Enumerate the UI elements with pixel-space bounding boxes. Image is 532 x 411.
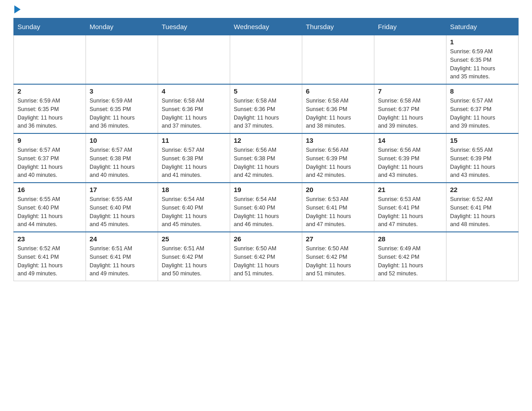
weekday-header-friday: Friday [374,18,446,35]
logo [13,9,21,13]
day-info: Sunrise: 6:59 AM Sunset: 6:35 PM Dayligh… [17,97,82,130]
calendar-cell [14,35,86,85]
day-number: 26 [234,235,298,243]
day-info: Sunrise: 6:58 AM Sunset: 6:36 PM Dayligh… [162,97,226,130]
day-number: 11 [162,137,226,144]
day-info: Sunrise: 6:51 AM Sunset: 6:41 PM Dayligh… [90,244,154,278]
day-number: 3 [90,87,154,95]
calendar-table: SundayMondayTuesdayWednesdayThursdayFrid… [13,18,519,281]
logo-arrow-icon [14,5,21,13]
day-number: 22 [450,186,515,193]
calendar-cell [446,232,519,281]
day-info: Sunrise: 6:57 AM Sunset: 6:38 PM Dayligh… [162,146,226,180]
calendar-cell: 14Sunrise: 6:56 AM Sunset: 6:39 PM Dayli… [374,133,446,183]
weekday-header-tuesday: Tuesday [158,18,230,35]
day-info: Sunrise: 6:54 AM Sunset: 6:40 PM Dayligh… [162,195,226,229]
day-number: 17 [90,186,154,193]
day-number: 24 [90,235,154,243]
day-info: Sunrise: 6:50 AM Sunset: 6:42 PM Dayligh… [234,244,298,278]
day-number: 7 [378,87,442,95]
calendar-cell: 16Sunrise: 6:55 AM Sunset: 6:40 PM Dayli… [14,183,86,232]
calendar-cell [374,35,446,85]
calendar-cell: 26Sunrise: 6:50 AM Sunset: 6:42 PM Dayli… [230,232,302,281]
day-info: Sunrise: 6:56 AM Sunset: 6:38 PM Dayligh… [234,146,298,180]
day-number: 12 [234,137,298,144]
day-number: 27 [306,235,370,243]
calendar-cell: 19Sunrise: 6:54 AM Sunset: 6:40 PM Dayli… [230,183,302,232]
calendar-cell: 23Sunrise: 6:52 AM Sunset: 6:41 PM Dayli… [14,232,86,281]
day-info: Sunrise: 6:49 AM Sunset: 6:42 PM Dayligh… [378,244,442,278]
calendar-cell: 3Sunrise: 6:59 AM Sunset: 6:35 PM Daylig… [86,84,158,133]
day-info: Sunrise: 6:52 AM Sunset: 6:41 PM Dayligh… [17,244,82,278]
day-info: Sunrise: 6:54 AM Sunset: 6:40 PM Dayligh… [234,195,298,229]
day-info: Sunrise: 6:57 AM Sunset: 6:38 PM Dayligh… [90,146,154,180]
day-number: 9 [17,137,82,144]
day-info: Sunrise: 6:52 AM Sunset: 6:41 PM Dayligh… [450,195,515,229]
calendar-cell: 10Sunrise: 6:57 AM Sunset: 6:38 PM Dayli… [86,133,158,183]
day-number: 21 [378,186,442,193]
day-number: 18 [162,186,226,193]
calendar-cell [302,35,374,85]
day-info: Sunrise: 6:53 AM Sunset: 6:41 PM Dayligh… [378,195,442,229]
page-header [13,9,519,13]
day-info: Sunrise: 6:59 AM Sunset: 6:35 PM Dayligh… [450,47,515,81]
weekday-header-saturday: Saturday [446,18,519,35]
calendar-cell: 21Sunrise: 6:53 AM Sunset: 6:41 PM Dayli… [374,183,446,232]
calendar-cell: 6Sunrise: 6:58 AM Sunset: 6:36 PM Daylig… [302,84,374,133]
weekday-header-wednesday: Wednesday [230,18,302,35]
day-number: 25 [162,235,226,243]
day-info: Sunrise: 6:59 AM Sunset: 6:35 PM Dayligh… [90,97,154,130]
calendar-cell: 25Sunrise: 6:51 AM Sunset: 6:42 PM Dayli… [158,232,230,281]
calendar-cell: 24Sunrise: 6:51 AM Sunset: 6:41 PM Dayli… [86,232,158,281]
calendar-cell: 9Sunrise: 6:57 AM Sunset: 6:37 PM Daylig… [14,133,86,183]
day-info: Sunrise: 6:58 AM Sunset: 6:36 PM Dayligh… [306,97,370,130]
day-number: 14 [378,137,442,144]
day-number: 15 [450,137,515,144]
calendar-week-row: 2Sunrise: 6:59 AM Sunset: 6:35 PM Daylig… [14,84,519,133]
day-info: Sunrise: 6:58 AM Sunset: 6:36 PM Dayligh… [234,97,298,130]
day-info: Sunrise: 6:51 AM Sunset: 6:42 PM Dayligh… [162,244,226,278]
calendar-cell: 4Sunrise: 6:58 AM Sunset: 6:36 PM Daylig… [158,84,230,133]
day-number: 23 [17,235,82,243]
calendar-week-row: 23Sunrise: 6:52 AM Sunset: 6:41 PM Dayli… [14,232,519,281]
day-number: 4 [162,87,226,95]
calendar-cell [158,35,230,85]
weekday-header-monday: Monday [86,18,158,35]
calendar-cell: 13Sunrise: 6:56 AM Sunset: 6:39 PM Dayli… [302,133,374,183]
calendar-week-row: 16Sunrise: 6:55 AM Sunset: 6:40 PM Dayli… [14,183,519,232]
calendar-cell: 15Sunrise: 6:55 AM Sunset: 6:39 PM Dayli… [446,133,519,183]
day-info: Sunrise: 6:57 AM Sunset: 6:37 PM Dayligh… [17,146,82,180]
weekday-header-row: SundayMondayTuesdayWednesdayThursdayFrid… [14,18,519,35]
weekday-header-thursday: Thursday [302,18,374,35]
day-number: 16 [17,186,82,193]
calendar-cell: 12Sunrise: 6:56 AM Sunset: 6:38 PM Dayli… [230,133,302,183]
calendar-cell: 11Sunrise: 6:57 AM Sunset: 6:38 PM Dayli… [158,133,230,183]
day-info: Sunrise: 6:56 AM Sunset: 6:39 PM Dayligh… [306,146,370,180]
day-number: 6 [306,87,370,95]
weekday-header-sunday: Sunday [14,18,86,35]
day-number: 2 [17,87,82,95]
day-number: 8 [450,87,515,95]
day-info: Sunrise: 6:57 AM Sunset: 6:37 PM Dayligh… [450,97,515,130]
calendar-cell: 7Sunrise: 6:58 AM Sunset: 6:37 PM Daylig… [374,84,446,133]
calendar-cell: 2Sunrise: 6:59 AM Sunset: 6:35 PM Daylig… [14,84,86,133]
calendar-cell: 20Sunrise: 6:53 AM Sunset: 6:41 PM Dayli… [302,183,374,232]
day-number: 1 [450,38,515,46]
calendar-cell [230,35,302,85]
day-info: Sunrise: 6:55 AM Sunset: 6:40 PM Dayligh… [90,195,154,229]
day-number: 5 [234,87,298,95]
calendar-cell: 28Sunrise: 6:49 AM Sunset: 6:42 PM Dayli… [374,232,446,281]
calendar-cell [86,35,158,85]
day-number: 28 [378,235,442,243]
day-info: Sunrise: 6:55 AM Sunset: 6:40 PM Dayligh… [17,195,82,229]
day-info: Sunrise: 6:58 AM Sunset: 6:37 PM Dayligh… [378,97,442,130]
calendar-cell: 27Sunrise: 6:50 AM Sunset: 6:42 PM Dayli… [302,232,374,281]
day-info: Sunrise: 6:50 AM Sunset: 6:42 PM Dayligh… [306,244,370,278]
day-number: 20 [306,186,370,193]
day-number: 19 [234,186,298,193]
calendar-cell: 8Sunrise: 6:57 AM Sunset: 6:37 PM Daylig… [446,84,519,133]
calendar-cell: 22Sunrise: 6:52 AM Sunset: 6:41 PM Dayli… [446,183,519,232]
calendar-cell: 5Sunrise: 6:58 AM Sunset: 6:36 PM Daylig… [230,84,302,133]
day-number: 10 [90,137,154,144]
calendar-week-row: 9Sunrise: 6:57 AM Sunset: 6:37 PM Daylig… [14,133,519,183]
